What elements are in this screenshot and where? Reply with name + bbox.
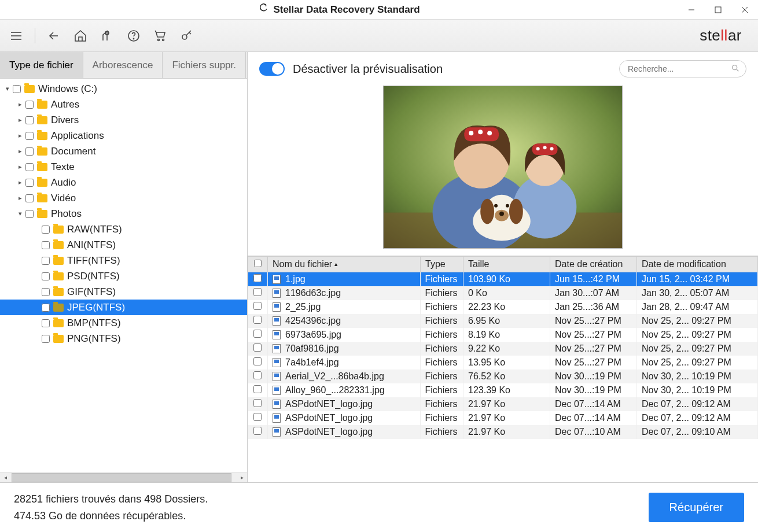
tree-row[interactable]: ▸Texte (0, 159, 247, 175)
cell-modified: Dec 07, 2... 09:12 AM (637, 397, 758, 411)
tree-checkbox[interactable] (42, 272, 50, 280)
key-icon[interactable] (178, 27, 196, 45)
table-row[interactable]: 70af9816.jpgFichiers9.22 KoNov 25...:27 … (248, 342, 758, 356)
tree-checkbox[interactable] (25, 194, 34, 202)
row-checkbox[interactable] (253, 274, 262, 282)
tree-checkbox[interactable] (42, 288, 50, 296)
tree-row[interactable]: BMP(NTFS) (0, 315, 247, 331)
svg-point-14 (733, 65, 737, 69)
tree-h-scrollbar[interactable]: ◂▸ (0, 472, 247, 482)
row-checkbox[interactable] (253, 316, 262, 324)
tree-checkbox[interactable] (42, 226, 50, 234)
minimize-button[interactable] (678, 0, 705, 19)
row-checkbox[interactable] (253, 302, 262, 310)
header-type[interactable]: Type (421, 257, 463, 272)
tree-checkbox[interactable] (42, 304, 50, 312)
tree-row[interactable]: ▸Divers (0, 112, 247, 128)
row-checkbox[interactable] (253, 343, 262, 352)
cell-size: 22.23 Ko (463, 300, 550, 314)
file-name-text: 6973a695.jpg (285, 330, 341, 340)
close-button[interactable] (731, 0, 758, 19)
help-icon[interactable] (124, 27, 143, 45)
tree-row[interactable]: ANI(NTFS) (0, 237, 247, 253)
row-checkbox[interactable] (253, 385, 262, 393)
tree-row[interactable]: ▸Audio (0, 175, 247, 190)
menu-icon[interactable] (7, 27, 25, 45)
tree-checkbox[interactable] (25, 116, 34, 124)
header-size[interactable]: Taille (463, 257, 550, 272)
tree-row[interactable]: ▸Autres (0, 97, 247, 112)
tree-row-photos[interactable]: ▾Photos (0, 206, 247, 221)
svg-point-21 (469, 131, 473, 135)
brand-logo: stellar (700, 27, 751, 45)
search-box[interactable] (619, 60, 746, 77)
preview-toggle[interactable] (259, 62, 285, 76)
tree-row[interactable]: RAW(NTFS) (0, 221, 247, 237)
tree-checkbox[interactable] (25, 163, 34, 171)
tab-tree-view[interactable]: Arborescence (83, 52, 163, 78)
tree-row[interactable]: TIFF(NTFS) (0, 253, 247, 268)
row-checkbox[interactable] (253, 288, 262, 296)
tree-checkbox[interactable] (25, 147, 34, 156)
table-row[interactable]: ASPdotNET_logo.jpgFichiers21.97 KoDec 07… (248, 397, 758, 411)
cell-modified: Dec 07, 2... 09:10 AM (637, 425, 758, 439)
header-name[interactable]: Nom du fichier▲ (268, 257, 421, 272)
maximize-button[interactable] (705, 0, 731, 19)
row-checkbox[interactable] (253, 399, 262, 407)
tree-row-root[interactable]: ▾Windows (C:) (0, 81, 247, 97)
tree-row[interactable]: ▸Document (0, 143, 247, 159)
tab-deleted[interactable]: Fichiers suppr. (163, 52, 246, 78)
file-table-wrap[interactable]: Nom du fichier▲ Type Taille Date de créa… (248, 256, 758, 482)
tree-checkbox[interactable] (13, 85, 21, 93)
file-icon (273, 275, 281, 284)
status-info: 28251 fichiers trouvés dans 498 Dossiers… (14, 491, 208, 524)
tree-row[interactable]: ▸Applications (0, 128, 247, 143)
row-checkbox[interactable] (253, 413, 262, 421)
row-checkbox[interactable] (253, 371, 262, 379)
tree-row[interactable]: PNG(NTFS) (0, 331, 247, 346)
table-row[interactable]: 7a4b1ef4.jpgFichiers13.95 KoNov 25...:27… (248, 356, 758, 370)
tree-checkbox[interactable] (25, 179, 34, 187)
row-checkbox[interactable] (253, 357, 262, 365)
cell-name: ASPdotNET_logo.jpg (268, 397, 421, 411)
table-row[interactable]: 1196d63c.jpgFichiers0 KoJan 30...:07 AMJ… (248, 286, 758, 300)
tree-label: Photos (51, 208, 82, 220)
svg-point-33 (509, 199, 523, 224)
svg-point-10 (133, 38, 134, 39)
tree-row[interactable]: GIF(NTFS) (0, 284, 247, 300)
tree-checkbox[interactable] (42, 319, 50, 327)
cell-type: Fichiers (421, 411, 463, 425)
tree-row[interactable]: ▸Vidéo (0, 190, 247, 206)
back-icon[interactable] (45, 27, 63, 45)
cart-icon[interactable] (151, 27, 170, 45)
scan-icon[interactable] (98, 27, 116, 45)
table-row[interactable]: 6973a695.jpgFichiers8.19 KoNov 25...:27 … (248, 328, 758, 342)
toolbar-separator (35, 28, 35, 43)
row-checkbox[interactable] (253, 330, 262, 338)
tree-checkbox[interactable] (25, 132, 34, 140)
svg-point-28 (543, 146, 547, 149)
tree-checkbox[interactable] (42, 335, 50, 343)
search-input[interactable] (628, 64, 731, 73)
tree-checkbox[interactable] (42, 257, 50, 265)
tree-checkbox[interactable] (25, 101, 34, 109)
recover-button[interactable]: Récupérer (649, 493, 744, 522)
header-created[interactable]: Date de création (550, 257, 637, 272)
folder-tree[interactable]: ▾Windows (C:) ▸Autres ▸Divers ▸Applicati… (0, 79, 247, 472)
table-row[interactable]: 4254396c.jpgFichiers6.95 KoNov 25...:27 … (248, 314, 758, 328)
header-checkbox[interactable] (248, 257, 268, 272)
table-row[interactable]: Alloy_960_...282331.jpgFichiers123.39 Ko… (248, 383, 758, 397)
row-checkbox[interactable] (253, 427, 262, 435)
home-icon[interactable] (71, 27, 90, 45)
table-row[interactable]: 1.jpgFichiers103.90 KoJun 15...:42 PMJun… (248, 272, 758, 287)
tree-checkbox[interactable] (42, 241, 50, 249)
header-modified[interactable]: Date de modification (637, 257, 758, 272)
table-row[interactable]: Aerial_V2_...86ba4b.jpgFichiers76.52 KoN… (248, 370, 758, 383)
table-row[interactable]: ASPdotNET_logo.jpgFichiers21.97 KoDec 07… (248, 425, 758, 439)
tab-file-type[interactable]: Type de fichier (0, 52, 83, 78)
tree-row-jpeg[interactable]: JPEG(NTFS) (0, 300, 247, 315)
table-row[interactable]: ASPdotNET_logo.jpgFichiers21.97 KoDec 07… (248, 411, 758, 425)
tree-checkbox[interactable] (25, 210, 34, 218)
table-row[interactable]: 2_25.jpgFichiers22.23 KoJan 25...:36 AMJ… (248, 300, 758, 314)
tree-row[interactable]: PSD(NTFS) (0, 268, 247, 284)
